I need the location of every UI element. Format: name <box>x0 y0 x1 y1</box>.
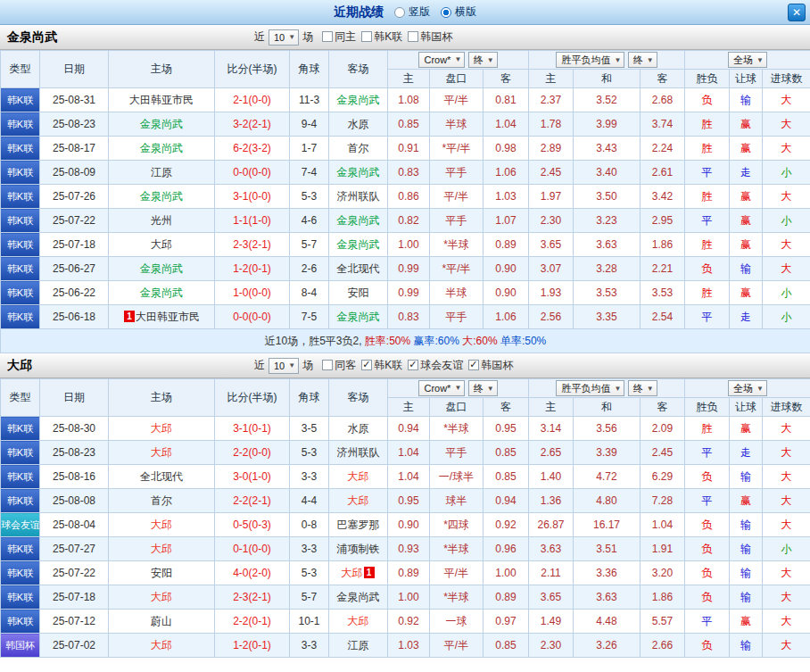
checkbox-icon[interactable] <box>322 360 333 370</box>
odds-value: 1.40 <box>541 470 561 483</box>
away-team-name: 金泉尚武 <box>337 591 380 603</box>
handicap-cell: 平/半 <box>430 634 484 658</box>
odds-value: 3.52 <box>596 94 616 106</box>
asian-stage-select[interactable]: 终▼ <box>468 380 498 396</box>
home-team-cell: 大邱 <box>109 634 215 658</box>
avg-odds-select[interactable]: 胜平负均值▼ <box>556 52 624 68</box>
euro-draw-odds-cell: 3.53 <box>574 281 641 305</box>
odds-value: 0.93 <box>398 543 418 555</box>
asian-away-odds-cell: 1.07 <box>484 209 529 233</box>
match-date: 25-08-08 <box>53 494 95 507</box>
result-value: 大 <box>781 470 792 483</box>
euro-stage-select[interactable]: 终▼ <box>628 52 657 68</box>
filter-checkbox-韩国杯[interactable]: 韩国杯 <box>408 29 452 45</box>
euro-away-odds-cell: 7.28 <box>641 489 685 513</box>
odds-value: 一/球半 <box>439 470 474 483</box>
stage-value: 终 <box>474 382 484 395</box>
checkbox-icon[interactable] <box>408 31 418 42</box>
asian-away-odds-cell: 0.89 <box>484 233 529 257</box>
checkbox-icon[interactable] <box>408 360 418 370</box>
odds-value: 1.04 <box>398 446 418 459</box>
scope-select[interactable]: 全场▼ <box>728 52 767 68</box>
euro-home-odds-cell: 3.65 <box>529 585 574 610</box>
odds-value: 平/半 <box>444 190 468 203</box>
result-value: 大 <box>781 422 792 435</box>
chevron-down-icon: ▼ <box>454 384 461 392</box>
horizontal-layout-radio[interactable]: 横版 <box>441 4 476 20</box>
asian-home-odds-cell: 1.04 <box>388 465 430 489</box>
radio-label: 竖版 <box>409 4 430 20</box>
handicap-cell: 平手 <box>430 441 484 465</box>
checkbox-icon[interactable] <box>468 360 479 370</box>
league-type-cell: 韩K联 <box>1 209 40 233</box>
filter-checkbox-同客[interactable]: 同客 <box>322 358 356 373</box>
asian-stage-select[interactable]: 终▼ <box>468 52 498 68</box>
final-score: 0-0(0-0) <box>233 311 271 323</box>
odds-value: 2.65 <box>541 446 561 459</box>
asian-away-odds-cell: 0.89 <box>484 585 529 610</box>
asian-away-odds-cell: 0.98 <box>484 137 529 161</box>
close-button[interactable]: ✕ <box>788 4 806 21</box>
checkbox-icon[interactable] <box>361 31 372 42</box>
result-value: 大 <box>781 190 792 203</box>
result-value: 赢 <box>740 142 751 154</box>
euro-draw-odds-cell: 3.40 <box>574 161 641 185</box>
goals-result-cell: 大 <box>763 441 810 465</box>
match-row: 球会友谊25-08-04大邱0-5(0-3)0-8巴塞罗那0.90*四球0.92… <box>1 513 810 537</box>
page-title: 近期战绩 <box>334 4 384 21</box>
match-count-select[interactable]: 10▼ <box>269 29 299 46</box>
corner-count: 4-4 <box>302 494 317 507</box>
final-score: 3-2(2-1) <box>233 118 271 130</box>
corner-count: 11-3 <box>299 94 319 106</box>
home-team-name: 大邱 <box>151 238 172 251</box>
handicap-cell: 一球 <box>430 610 484 634</box>
asian-home-odds-cell: 0.85 <box>388 112 430 137</box>
wdl-result-cell: 负 <box>685 537 730 561</box>
euro-stage-select[interactable]: 终▼ <box>628 380 657 396</box>
final-score: 0-5(0-3) <box>233 519 271 531</box>
odds-value: 1.36 <box>541 494 561 507</box>
euro-draw-odds-cell: 4.72 <box>574 465 641 489</box>
bookmaker-select[interactable]: Crow*▼ <box>418 52 465 68</box>
euro-home-odds-cell: 3.63 <box>529 537 574 561</box>
col-header-away: 客场 <box>329 379 388 417</box>
asian-away-odds-cell: 1.00 <box>484 561 529 585</box>
chevron-down-icon: ▼ <box>288 361 295 369</box>
odds-value: 0.85 <box>495 470 516 483</box>
home-team-name: 蔚山 <box>151 615 172 627</box>
vertical-layout-radio[interactable]: 竖版 <box>394 4 430 20</box>
league-type-cell: 韩K联 <box>1 585 40 610</box>
odds-value: 0.94 <box>398 422 418 435</box>
scope-select[interactable]: 全场▼ <box>728 380 767 396</box>
match-count-select[interactable]: 10▼ <box>269 358 299 374</box>
filter-checkbox-韩国杯[interactable]: 韩国杯 <box>468 358 513 373</box>
filter-checkbox-韩K联[interactable]: 韩K联 <box>361 29 402 45</box>
avg-odds-select[interactable]: 胜平负均值▼ <box>556 380 624 396</box>
euro-draw-odds-cell: 3.56 <box>574 417 641 441</box>
corners-cell: 11-3 <box>290 88 329 112</box>
away-team-cell: 巴塞罗那 <box>329 513 388 537</box>
euro-home-odds-cell: 1.36 <box>529 489 574 513</box>
score-cell: 2-2(0-1) <box>215 610 290 634</box>
filter-checkbox-同主[interactable]: 同主 <box>322 29 356 45</box>
result-value: 平 <box>702 446 713 459</box>
sub-header-handicap: 盘口 <box>430 398 484 417</box>
checkbox-icon[interactable] <box>322 31 333 42</box>
odds-value: 1.97 <box>541 190 561 203</box>
filter-checkbox-球会友谊[interactable]: 球会友谊 <box>408 358 463 373</box>
odds-value: 0.85 <box>495 446 516 459</box>
odds-value: 3.23 <box>596 214 616 227</box>
goals-result-cell: 大 <box>763 489 810 513</box>
asian-home-odds-cell: 0.83 <box>388 305 430 329</box>
match-date: 25-08-31 <box>53 94 95 106</box>
checkbox-icon[interactable] <box>361 360 372 370</box>
result-value: 小 <box>781 214 792 227</box>
result-value: 大 <box>781 519 792 531</box>
corners-cell: 1-7 <box>290 137 329 161</box>
odds-value: 0.92 <box>398 615 418 627</box>
bookmaker-select[interactable]: Crow*▼ <box>418 380 465 396</box>
odds-value: 3.56 <box>596 422 616 435</box>
result-value: 输 <box>740 94 751 106</box>
home-team-name: 全北现代 <box>140 470 183 483</box>
filter-checkbox-韩K联[interactable]: 韩K联 <box>361 358 402 373</box>
